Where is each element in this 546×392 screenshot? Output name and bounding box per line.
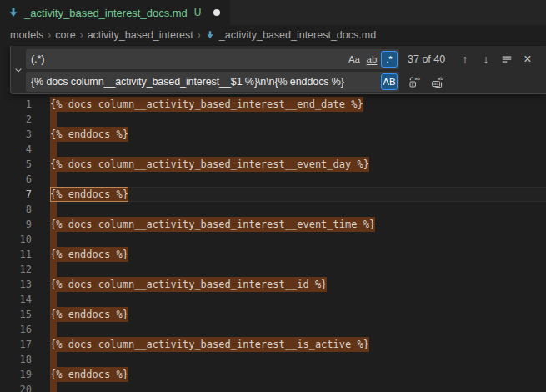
line-number[interactable]: 6	[0, 172, 50, 187]
replace-input-box: AB	[26, 72, 399, 92]
breadcrumb-item-file[interactable]: _activity_based_interest_docs.md	[205, 29, 376, 41]
line-number[interactable]: 4	[0, 142, 50, 157]
find-row: Aa ab .* 37 of 40 ↑ ↓ ×	[26, 49, 541, 69]
line-number[interactable]: 9	[0, 217, 50, 232]
code-line[interactable]: 3{% enddocs %}	[0, 127, 546, 142]
editor-pane[interactable]: Aa ab .* 37 of 40 ↑ ↓ ×	[0, 45, 546, 392]
line-number[interactable]: 7	[0, 187, 50, 202]
code-line[interactable]: 5{% docs column__activity_based_interest…	[0, 157, 546, 172]
code-line[interactable]: 13{% docs column__activity_based_interes…	[0, 277, 546, 292]
empty-match-highlight	[50, 382, 57, 392]
empty-match-highlight	[50, 112, 57, 127]
code-line[interactable]: 19{% enddocs %}	[0, 367, 546, 382]
code-line[interactable]: 12	[0, 262, 546, 277]
replace-one-button[interactable]: ab c	[407, 73, 423, 90]
line-content[interactable]	[50, 202, 546, 217]
find-match-highlight: {% enddocs %}	[50, 127, 128, 142]
line-content[interactable]: {% docs column__activity_based_interest_…	[50, 337, 546, 352]
line-number[interactable]: 1	[0, 97, 50, 112]
previous-match-button[interactable]: ↑	[457, 51, 473, 68]
line-content[interactable]	[50, 382, 546, 392]
regex-button[interactable]: .*	[381, 51, 398, 68]
line-content[interactable]: {% enddocs %}	[50, 367, 546, 382]
line-number[interactable]: 10	[0, 232, 50, 247]
line-content[interactable]: {% docs column__activity_based_interest_…	[50, 277, 546, 292]
code-line[interactable]: 4	[0, 142, 546, 157]
line-number[interactable]: 8	[0, 202, 50, 217]
chevron-down-icon	[13, 65, 23, 75]
line-number[interactable]: 14	[0, 292, 50, 307]
line-number[interactable]: 20	[0, 382, 50, 392]
line-number[interactable]: 18	[0, 352, 50, 367]
code-line[interactable]: 10	[0, 232, 546, 247]
line-number[interactable]: 16	[0, 322, 50, 337]
line-number[interactable]: 12	[0, 262, 50, 277]
code-line[interactable]: 15{% enddocs %}	[0, 307, 546, 322]
line-number[interactable]: 11	[0, 247, 50, 262]
line-content[interactable]: {% enddocs %}	[50, 307, 546, 322]
empty-match-highlight	[50, 322, 57, 337]
replace-all-button[interactable]: ab ac	[429, 73, 446, 90]
line-content[interactable]	[50, 322, 546, 337]
modified-dot-icon[interactable]	[213, 9, 220, 16]
code-line[interactable]: 2	[0, 112, 546, 127]
line-number[interactable]: 13	[0, 277, 50, 292]
toggle-replace-button[interactable]	[11, 46, 26, 93]
code-line[interactable]: 18	[0, 352, 546, 367]
breadcrumb-item-core[interactable]: core	[55, 29, 75, 41]
breadcrumb-item-activity-based-interest[interactable]: activity_based_interest	[88, 29, 193, 41]
svg-text:ac: ac	[433, 81, 438, 86]
tab-active-file[interactable]: _activity_based_interest_docs.md U	[0, 0, 230, 25]
line-content[interactable]	[50, 262, 546, 277]
close-find-widget-button[interactable]: ×	[519, 51, 536, 68]
line-content[interactable]: {% enddocs %}	[50, 187, 546, 202]
line-number[interactable]: 19	[0, 367, 50, 382]
line-content[interactable]	[50, 172, 546, 187]
line-content[interactable]	[50, 112, 546, 127]
selection-lines-icon	[501, 53, 513, 65]
code-line[interactable]: 9{% docs column__activity_based_interest…	[0, 217, 546, 232]
line-number[interactable]: 5	[0, 157, 50, 172]
line-content[interactable]: {% docs column__activity_based_interest_…	[50, 97, 546, 112]
line-content[interactable]: {% docs column__activity_based_interest_…	[50, 217, 546, 232]
next-match-button[interactable]: ↓	[478, 51, 494, 68]
find-match-highlight: {% enddocs %}	[50, 307, 128, 322]
line-number[interactable]: 3	[0, 127, 50, 142]
empty-match-highlight	[50, 232, 57, 247]
svg-text:c: c	[412, 82, 414, 87]
line-content[interactable]: {% enddocs %}	[50, 247, 546, 262]
preserve-case-button[interactable]: AB	[381, 73, 398, 90]
line-content[interactable]	[50, 352, 546, 367]
breadcrumb-item-models[interactable]: models	[10, 29, 43, 41]
find-match-highlight: {% docs column__activity_based_interest_…	[50, 97, 363, 112]
line-number[interactable]: 15	[0, 307, 50, 322]
match-case-button[interactable]: Aa	[346, 51, 363, 68]
find-in-selection-button[interactable]	[498, 51, 515, 68]
empty-match-highlight	[50, 352, 57, 367]
code-line-current[interactable]: 7{% enddocs %}	[0, 187, 546, 202]
line-content[interactable]: {% enddocs %}	[50, 127, 546, 142]
code-line[interactable]: 14	[0, 292, 546, 307]
code-line[interactable]: 17{% docs column__activity_based_interes…	[0, 337, 546, 352]
find-match-highlight: {% enddocs %}	[50, 247, 128, 262]
line-content[interactable]	[50, 232, 546, 247]
code-line[interactable]: 20	[0, 382, 546, 392]
whole-word-button[interactable]: ab	[363, 51, 380, 68]
replace-input[interactable]	[26, 76, 380, 88]
current-find-match-highlight: {% enddocs %}	[50, 187, 128, 202]
find-match-highlight: {% docs column__activity_based_interest_…	[50, 157, 369, 172]
line-content[interactable]	[50, 142, 546, 157]
line-content[interactable]	[50, 292, 546, 307]
find-match-highlight: {% docs column__activity_based_interest_…	[50, 337, 369, 352]
code-line[interactable]: 11{% enddocs %}	[0, 247, 546, 262]
empty-match-highlight	[50, 292, 57, 307]
line-number[interactable]: 2	[0, 112, 50, 127]
code-line[interactable]: 6	[0, 172, 546, 187]
find-input[interactable]	[26, 53, 345, 65]
code-line[interactable]: 1{% docs column__activity_based_interest…	[0, 97, 546, 112]
line-content[interactable]: {% docs column__activity_based_interest_…	[50, 157, 546, 172]
line-number[interactable]: 17	[0, 337, 50, 352]
code-area[interactable]: 1{% docs column__activity_based_interest…	[0, 97, 546, 392]
code-line[interactable]: 16	[0, 322, 546, 337]
code-line[interactable]: 8	[0, 202, 546, 217]
